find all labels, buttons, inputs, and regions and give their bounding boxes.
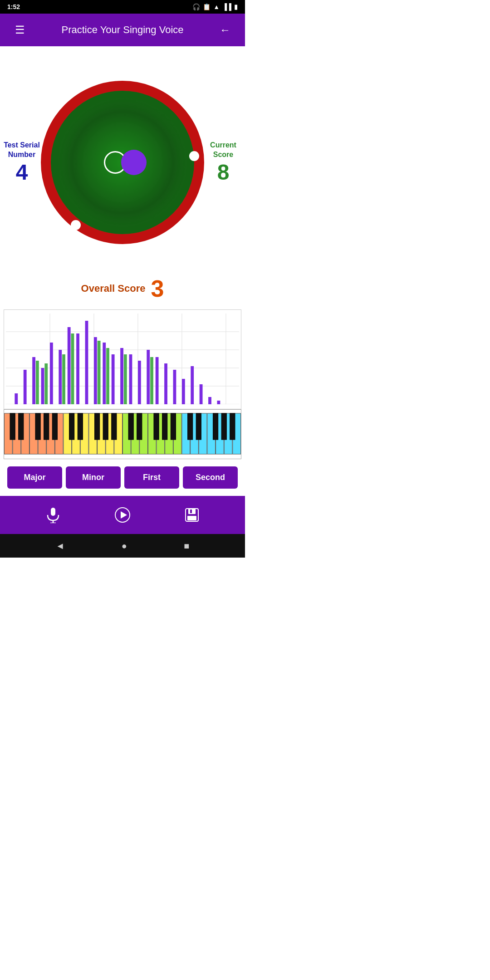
svg-rect-26	[106, 348, 109, 404]
svg-rect-74	[52, 413, 57, 440]
svg-rect-30	[129, 354, 132, 404]
status-time: 1:52	[7, 3, 20, 10]
wifi-icon: ▲	[213, 3, 220, 10]
current-pitch-dot	[121, 150, 147, 175]
current-score-section: Current Score 8	[205, 141, 241, 185]
piano-keyboard: /* piano drawn below */	[4, 409, 241, 459]
svg-rect-18	[62, 354, 65, 404]
svg-rect-28	[120, 348, 123, 404]
svg-rect-14	[41, 368, 44, 404]
main-content: Test Serial Number 4 Current Score 8 Ove…	[0, 46, 245, 496]
svg-rect-17	[59, 350, 62, 404]
svg-rect-36	[173, 370, 176, 404]
circle-area: Test Serial Number 4 Current Score 8	[4, 54, 241, 271]
svg-rect-40	[208, 397, 211, 404]
svg-rect-79	[112, 413, 117, 440]
svg-rect-97	[187, 516, 196, 520]
svg-rect-84	[171, 413, 176, 440]
overall-score-value: 3	[151, 275, 164, 302]
svg-rect-85	[188, 413, 193, 440]
svg-rect-90	[51, 508, 55, 516]
status-icons: 🎧 📋 ▲ ▐▐ ▮	[192, 3, 238, 10]
svg-rect-89	[230, 413, 235, 440]
test-serial-value: 4	[4, 159, 40, 184]
pitch-circle	[41, 67, 204, 258]
status-bar: 1:52 🎧 📋 ▲ ▐▐ ▮	[0, 0, 245, 14]
save-icon	[184, 507, 200, 523]
svg-rect-20	[71, 333, 74, 404]
svg-rect-41	[217, 401, 220, 404]
svg-rect-75	[69, 413, 74, 440]
save-button[interactable]	[179, 502, 205, 528]
svg-rect-10	[15, 393, 18, 404]
svg-rect-16	[50, 343, 53, 404]
major-button[interactable]: Major	[7, 466, 62, 489]
svg-rect-83	[162, 413, 167, 440]
app-header: ☰ Practice Your Singing Voice ←	[0, 14, 245, 46]
svg-rect-37	[182, 379, 185, 404]
svg-rect-72	[35, 413, 40, 440]
svg-rect-87	[213, 413, 218, 440]
play-icon	[114, 507, 131, 523]
back-button[interactable]: ←	[216, 24, 234, 36]
mic-icon	[45, 507, 61, 523]
pitch-circle-body	[41, 81, 204, 244]
svg-rect-21	[76, 333, 79, 404]
svg-rect-19	[68, 327, 71, 404]
frequency-chart	[4, 309, 241, 409]
svg-rect-98	[190, 510, 192, 513]
clipboard-icon: 📋	[203, 3, 211, 10]
nav-home-button[interactable]: ●	[122, 541, 127, 551]
svg-rect-86	[196, 413, 201, 440]
svg-rect-27	[112, 354, 115, 404]
svg-rect-29	[124, 354, 127, 404]
first-button[interactable]: First	[124, 466, 179, 489]
second-button[interactable]: Second	[183, 466, 238, 489]
svg-rect-71	[19, 413, 24, 440]
piano-svg: /* piano drawn below */	[4, 410, 241, 459]
test-serial-section: Test Serial Number 4	[4, 141, 40, 185]
svg-rect-13	[36, 361, 39, 404]
minor-button[interactable]: Minor	[66, 466, 121, 489]
android-nav-bar: ◄ ● ■	[0, 534, 245, 558]
svg-rect-76	[78, 413, 83, 440]
play-button[interactable]	[110, 502, 135, 528]
svg-rect-78	[103, 413, 108, 440]
svg-rect-34	[156, 357, 159, 404]
mic-button[interactable]	[40, 502, 66, 528]
svg-rect-22	[85, 321, 88, 404]
svg-rect-82	[154, 413, 159, 440]
menu-button[interactable]: ☰	[11, 24, 29, 36]
svg-rect-33	[150, 357, 153, 404]
signal-icon: ▐▐	[222, 3, 231, 10]
indicator-dot-bottom	[71, 220, 81, 230]
svg-rect-31	[138, 361, 141, 404]
svg-rect-88	[221, 413, 226, 440]
svg-rect-35	[164, 363, 167, 404]
bar-chart	[6, 314, 239, 404]
current-score-value: 8	[205, 159, 241, 184]
test-serial-label: Test Serial Number	[4, 141, 40, 160]
svg-rect-73	[44, 413, 49, 440]
svg-rect-39	[200, 384, 203, 404]
current-score-label: Current Score	[205, 141, 241, 160]
nav-back-button[interactable]: ◄	[56, 541, 65, 551]
svg-rect-38	[191, 366, 194, 404]
svg-rect-12	[32, 357, 35, 404]
battery-icon: ▮	[234, 3, 238, 10]
svg-rect-80	[128, 413, 133, 440]
headphones-icon: 🎧	[192, 3, 200, 10]
bottom-toolbar	[0, 496, 245, 534]
nav-recent-button[interactable]: ■	[184, 541, 189, 551]
svg-rect-25	[103, 343, 106, 404]
svg-rect-81	[137, 413, 142, 440]
svg-rect-32	[147, 350, 150, 404]
overall-score-row: Overall Score 3	[4, 275, 241, 302]
scale-buttons-row: Major Minor First Second	[4, 459, 241, 496]
indicator-dot-right	[189, 151, 199, 161]
svg-rect-70	[10, 413, 15, 440]
svg-rect-11	[24, 370, 27, 404]
svg-marker-94	[121, 511, 127, 519]
svg-rect-23	[94, 337, 97, 404]
page-title: Practice Your Singing Voice	[29, 24, 216, 36]
